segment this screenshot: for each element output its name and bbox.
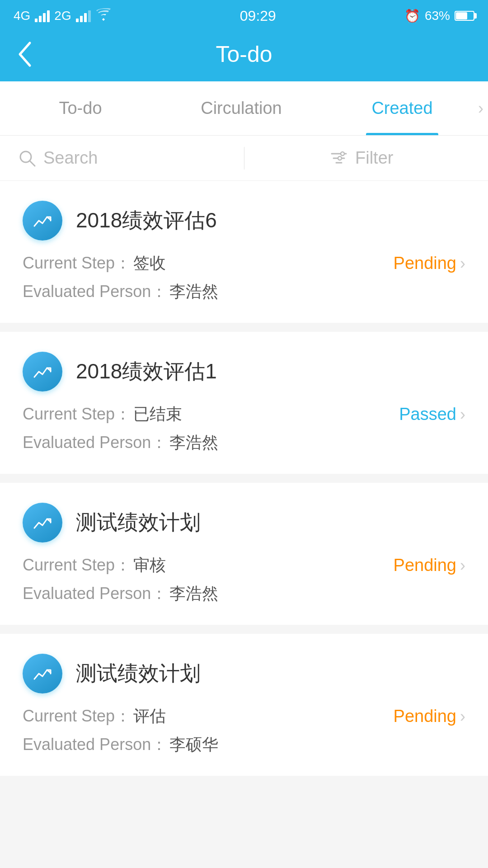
tab-todo-label: To-do (59, 99, 102, 118)
signal-bars-1 (35, 9, 50, 22)
chevron-right-icon: › (460, 254, 465, 273)
svg-point-6 (338, 156, 342, 160)
current-step-value: 签收 (133, 254, 166, 272)
page-title: To-do (216, 41, 272, 67)
item-icon (23, 201, 62, 241)
item-title: 2018绩效评估1 (76, 358, 217, 386)
item-status: Pending › (394, 556, 465, 575)
battery-icon (455, 11, 474, 21)
current-step-label: Current Step： (23, 707, 131, 725)
filter-section[interactable]: Filter (253, 148, 470, 168)
item-icon (23, 352, 62, 392)
evaluated-person-value: 李硕华 (169, 735, 218, 754)
evaluated-person-label: Evaluated Person： (23, 735, 167, 754)
status-label: Passed (399, 405, 456, 424)
status-label: Pending (394, 707, 456, 726)
item-title: 测试绩效计划 (76, 660, 201, 688)
svg-point-5 (341, 152, 344, 156)
back-button[interactable] (16, 41, 33, 68)
svg-line-1 (30, 161, 35, 166)
current-step-label: Current Step： (23, 556, 131, 574)
search-bar: Search Filter (0, 136, 488, 181)
status-label: Pending (394, 556, 456, 575)
header: To-do (0, 32, 488, 81)
item-title: 测试绩效计划 (76, 509, 201, 537)
evaluated-person-value: 李浩然 (169, 584, 218, 603)
current-step-value: 评估 (133, 707, 166, 725)
evaluated-person-label: Evaluated Person： (23, 433, 167, 452)
item-status: Passed › (399, 405, 465, 424)
list-item[interactable]: 测试绩效计划 Current Step： 评估 Pending › Evalua… (0, 634, 488, 776)
tab-todo[interactable]: To-do (0, 81, 161, 135)
chevron-right-icon: › (460, 707, 465, 726)
status-time: 09:29 (240, 8, 276, 24)
item-status: Pending › (394, 707, 465, 726)
tab-circulation-label: Circulation (201, 99, 282, 118)
list-item[interactable]: 测试绩效计划 Current Step： 审核 Pending › Evalua… (0, 483, 488, 625)
filter-icon (330, 149, 348, 167)
current-step-label: Current Step： (23, 405, 131, 423)
search-icon (18, 149, 36, 167)
signal-bars-2 (76, 9, 91, 22)
status-label: Pending (394, 254, 456, 273)
evaluated-person-value: 李浩然 (169, 433, 218, 452)
item-title: 2018绩效评估6 (76, 207, 217, 235)
status-bar-left: 4G 2G (14, 8, 112, 24)
list-item[interactable]: 2018绩效评估6 Current Step： 签收 Pending › Eva… (0, 181, 488, 323)
search-label: Search (43, 148, 98, 168)
item-icon (23, 503, 62, 542)
filter-label: Filter (355, 148, 393, 168)
search-divider (244, 147, 244, 170)
battery-percent: 63% (425, 9, 450, 23)
tab-created-label: Created (371, 99, 432, 118)
status-bar: 4G 2G 09:29 ⏰ 63% (0, 0, 488, 32)
evaluated-person-value: 李浩然 (169, 282, 218, 301)
network-indicator-2: 2G (54, 9, 71, 23)
search-section[interactable]: Search (18, 148, 235, 168)
chevron-right-icon: › (460, 405, 465, 424)
current-step-value: 审核 (133, 556, 166, 574)
tabs-container: To-do Circulation Created › (0, 81, 488, 136)
list-container: 2018绩效评估6 Current Step： 签收 Pending › Eva… (0, 181, 488, 776)
chevron-right-icon: › (460, 556, 465, 575)
clock-icon: ⏰ (404, 9, 420, 24)
item-status: Pending › (394, 254, 465, 273)
item-icon (23, 654, 62, 693)
evaluated-person-label: Evaluated Person： (23, 584, 167, 603)
tab-circulation[interactable]: Circulation (161, 81, 322, 135)
current-step-label: Current Step： (23, 254, 131, 272)
list-item[interactable]: 2018绩效评估1 Current Step： 已结束 Passed › Eva… (0, 332, 488, 474)
tab-created[interactable]: Created (322, 81, 483, 135)
wifi-icon (95, 8, 112, 24)
current-step-value: 已结束 (133, 405, 182, 423)
evaluated-person-label: Evaluated Person： (23, 282, 167, 301)
network-indicator: 4G (14, 9, 30, 23)
status-bar-right: ⏰ 63% (404, 9, 474, 24)
